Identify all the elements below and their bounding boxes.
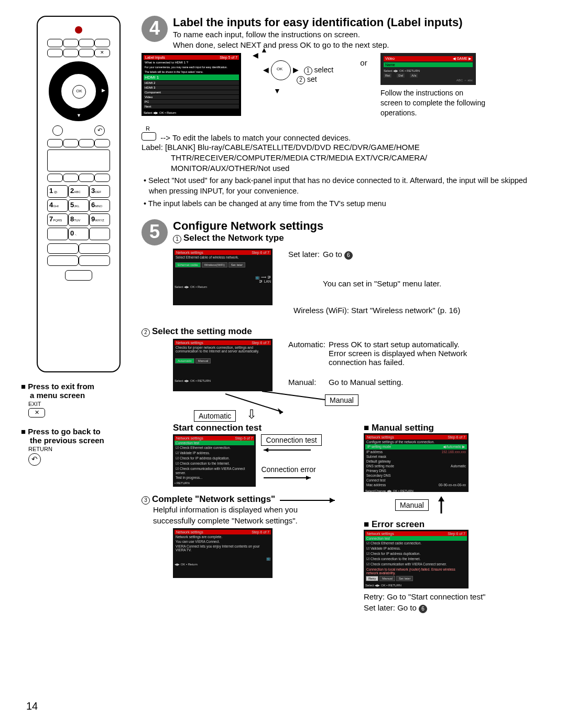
return-hint-title-2: the previous screen	[21, 436, 136, 445]
set-label: set	[307, 75, 317, 83]
exit-label: EXIT	[28, 401, 136, 407]
svg-marker-6	[306, 476, 311, 480]
step-4-line1: To name each input, follow the instructi…	[142, 29, 545, 40]
retry-note: Retry: Go to "Start connection test"	[364, 592, 545, 602]
connection-test-screen: Network settingsStep 6 of 7 Connection t…	[173, 434, 256, 487]
bullet-1: • Select "Not used" for any back-panel i…	[142, 176, 545, 196]
ok-button: OK	[72, 85, 86, 99]
setlater-note: You can set in "Setup" menu later.	[323, 279, 444, 305]
sub1: Select the Network type	[183, 233, 284, 243]
label-list-2: THTR/RECEIVER/COMPUTER/MEDIA CTR/MEDIA E…	[142, 153, 545, 163]
r-label: R	[146, 125, 150, 132]
label-inputs-screen: Label inputsStep 5 of 7 What is connecte…	[142, 53, 241, 116]
step-4-badge: 4	[142, 16, 168, 42]
sub3-l1: Helpful information is displayed when yo…	[153, 505, 356, 515]
page-number: 14	[26, 700, 38, 712]
manual-desc: Go to Manual setting.	[329, 378, 478, 391]
manual-setting-screen: Network settingsStep 6 of 7 Configure se…	[364, 433, 469, 492]
manual-label: Manual:	[288, 378, 329, 391]
follow-note: Follow the instructions on screen to com…	[380, 88, 485, 118]
auto-label: Automatic:	[288, 340, 329, 378]
wifi-note: Wireless (WiFi): Start "Wireless network…	[293, 305, 545, 316]
error-screen-title: ■ Error screen	[364, 519, 545, 530]
sub3: Complete "Network settings"	[152, 494, 275, 504]
exit-hint-title: ■ Press to exit from	[21, 382, 136, 391]
conn-error-label: Connection error	[261, 465, 356, 474]
step-4-title: Label the inputs for easy identification…	[142, 16, 545, 29]
error-screen: Network settingsStep 6 of 7 Connection t…	[364, 530, 469, 588]
sub2: Select the setting mode	[152, 326, 252, 336]
conntest-box: Connection test	[261, 434, 321, 446]
svg-marker-4	[264, 448, 268, 452]
dpad-icon	[271, 60, 291, 80]
exit-icon: ✕	[28, 408, 45, 417]
remote-led	[75, 26, 82, 34]
return-button	[94, 125, 105, 136]
svg-marker-10	[438, 496, 444, 501]
automatic-box: Automatic	[194, 410, 236, 422]
step-5-title: Configure Network settings	[142, 219, 545, 233]
manual-setting-title: ■ Manual setting	[364, 423, 545, 433]
network-type-screen: Network settingsStep 6 of 7 Select Ether…	[173, 249, 273, 305]
remote-keypad: 1 @.2ABC3DEF 4GHI5JKL6MNO 7PQRS8TUV9WXYZ…	[46, 185, 111, 240]
return-hint-title: ■ Press to go back to	[21, 427, 136, 436]
or-label: or	[353, 53, 374, 67]
svg-line-2	[262, 391, 325, 400]
exit-hint-title-2: a menu screen	[21, 391, 136, 400]
osd-keyboard-screen: Video◀ GAME ▶ Name Select ◀▶ OK • RETURN…	[380, 53, 476, 85]
select-label: select	[314, 66, 334, 74]
svg-marker-8	[330, 498, 335, 503]
setlater-label: Set later:	[288, 250, 323, 279]
exit-button	[94, 49, 110, 57]
manual-box-2: Manual	[395, 499, 429, 511]
r-line: --> To edit the labels to match your con…	[160, 133, 351, 142]
label-list-3: MONITOR/AUX/OTHER/Not used	[142, 163, 545, 174]
sub3-l2: successfully complete "Network settings"…	[153, 516, 356, 526]
setlater-note-2: Set later: Go to	[364, 603, 419, 612]
remote-illustration: OK ▲▼◀▶ 1 @.2ABC3DEF 4GHI5JKL6MNO 7PQRS8…	[37, 16, 121, 372]
step-4-line2: When done, select NEXT and press OK to g…	[142, 40, 545, 50]
return-icon: ↶	[28, 453, 41, 466]
step-5-badge: 5	[142, 219, 168, 245]
setting-mode-screen: Network settingsStep 6 of 7 Checks for p…	[173, 339, 273, 391]
return-label: RETURN	[28, 446, 136, 452]
bullet-2: • The input labels can be changed at any…	[142, 199, 545, 209]
complete-screen: Network settingsStep 6 of 7 Network sett…	[173, 528, 273, 578]
auto-desc: Press OK to start setup automatically. E…	[329, 340, 478, 378]
remote-dpad: OK ▲▼◀▶	[49, 61, 108, 121]
label-list-1: Label: [BLANK] Blu-ray/CABLE/SATELLITE/D…	[142, 142, 545, 153]
start-test-title: Start connection test	[173, 423, 356, 433]
